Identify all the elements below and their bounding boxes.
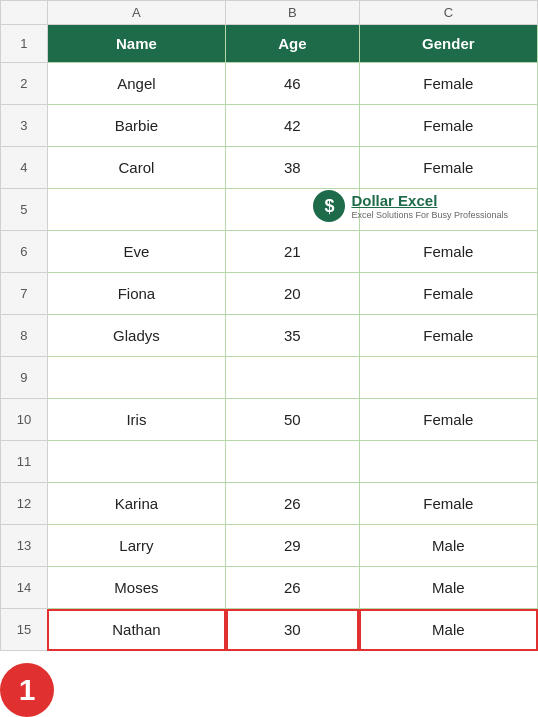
row-num-3: 3: [1, 105, 48, 147]
header-gender: Gender: [359, 25, 537, 63]
row-6: 6Eve21Female: [1, 231, 538, 273]
row-num-4: 4: [1, 147, 48, 189]
row-num-1: 1: [1, 25, 48, 63]
dollar-excel-logo: $ Dollar Excel Excel Solutions For Busy …: [313, 190, 508, 222]
col-header-a: A: [47, 1, 225, 25]
cell-age-11: [226, 441, 360, 483]
cell-gender-3: Female: [359, 105, 537, 147]
row-num-7: 7: [1, 273, 48, 315]
cell-name-9: [47, 357, 225, 399]
cell-name-2: Angel: [47, 63, 225, 105]
spreadsheet-wrapper: A B C 1 Name Age Gender 2Angel46Female3B…: [0, 0, 538, 717]
cell-name-3: Barbie: [47, 105, 225, 147]
cell-name-15: Nathan: [47, 609, 225, 651]
cell-age-14: 26: [226, 567, 360, 609]
cell-gender-14: Male: [359, 567, 537, 609]
cell-age-4: 38: [226, 147, 360, 189]
row-num-13: 13: [1, 525, 48, 567]
col-header-b: B: [226, 1, 360, 25]
cell-gender-6: Female: [359, 231, 537, 273]
row-11: 11: [1, 441, 538, 483]
cell-gender-15: Male: [359, 609, 537, 651]
cell-name-8: Gladys: [47, 315, 225, 357]
spreadsheet-table: A B C 1 Name Age Gender 2Angel46Female3B…: [0, 0, 538, 651]
row-3: 3Barbie42Female: [1, 105, 538, 147]
logo-icon: $: [313, 190, 345, 222]
cell-name-12: Karina: [47, 483, 225, 525]
cell-age-15: 30: [226, 609, 360, 651]
cell-gender-10: Female: [359, 399, 537, 441]
row-num-11: 11: [1, 441, 48, 483]
row-9: 9: [1, 357, 538, 399]
cell-name-5: [47, 189, 225, 231]
cell-gender-12: Female: [359, 483, 537, 525]
row-num-9: 9: [1, 357, 48, 399]
cell-age-13: 29: [226, 525, 360, 567]
cell-age-7: 20: [226, 273, 360, 315]
cell-age-12: 26: [226, 483, 360, 525]
header-age: Age: [226, 25, 360, 63]
row-2: 2Angel46Female: [1, 63, 538, 105]
row-10: 10Iris50Female: [1, 399, 538, 441]
row-num-15: 15: [1, 609, 48, 651]
cell-age-8: 35: [226, 315, 360, 357]
cell-gender-13: Male: [359, 525, 537, 567]
badge-number: 1: [0, 663, 54, 717]
cell-name-10: Iris: [47, 399, 225, 441]
cell-gender-4: Female: [359, 147, 537, 189]
cell-gender-7: Female: [359, 273, 537, 315]
logo-main-text: Dollar Excel: [351, 192, 508, 210]
logo-sub-text: Excel Solutions For Busy Professionals: [351, 210, 508, 221]
cell-gender-8: Female: [359, 315, 537, 357]
row-num-10: 10: [1, 399, 48, 441]
corner-header: [1, 1, 48, 25]
cell-name-6: Eve: [47, 231, 225, 273]
cell-gender-9: [359, 357, 537, 399]
cell-age-2: 46: [226, 63, 360, 105]
row-15: 15Nathan30Male: [1, 609, 538, 651]
header-name: Name: [47, 25, 225, 63]
row-8: 8Gladys35Female: [1, 315, 538, 357]
row-num-14: 14: [1, 567, 48, 609]
row-7: 7Fiona20Female: [1, 273, 538, 315]
row-4: 4Carol38Female: [1, 147, 538, 189]
row-1: 1 Name Age Gender: [1, 25, 538, 63]
row-num-12: 12: [1, 483, 48, 525]
row-14: 14Moses26Male: [1, 567, 538, 609]
cell-age-10: 50: [226, 399, 360, 441]
row-num-8: 8: [1, 315, 48, 357]
row-num-6: 6: [1, 231, 48, 273]
cell-name-4: Carol: [47, 147, 225, 189]
row-12: 12Karina26Female: [1, 483, 538, 525]
cell-gender-11: [359, 441, 537, 483]
cell-age-6: 21: [226, 231, 360, 273]
cell-age-9: [226, 357, 360, 399]
cell-name-7: Fiona: [47, 273, 225, 315]
cell-name-11: [47, 441, 225, 483]
cell-name-13: Larry: [47, 525, 225, 567]
row-num-2: 2: [1, 63, 48, 105]
row-13: 13Larry29Male: [1, 525, 538, 567]
cell-age-3: 42: [226, 105, 360, 147]
cell-gender-2: Female: [359, 63, 537, 105]
col-header-c: C: [359, 1, 537, 25]
row-num-5: 5: [1, 189, 48, 231]
cell-name-14: Moses: [47, 567, 225, 609]
